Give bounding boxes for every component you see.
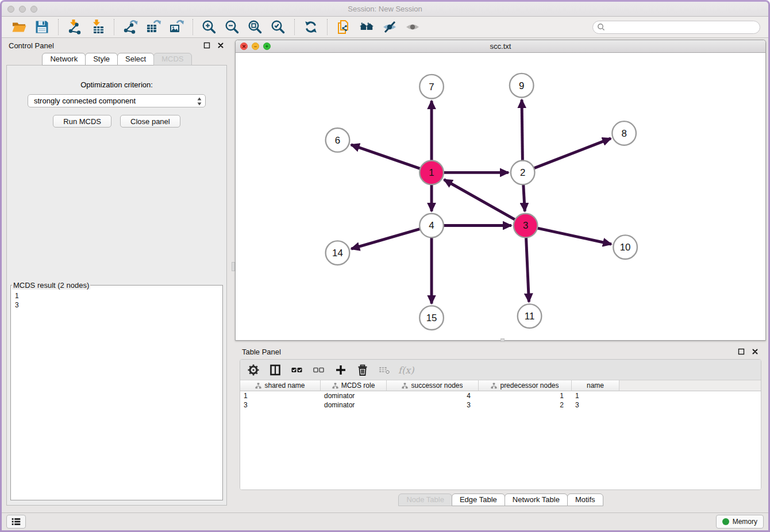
export-image-icon [169, 20, 184, 34]
zoom-in-icon [202, 20, 217, 34]
table-panel: Table Panel f(x) shared nameMCDS rolesuc… [235, 344, 766, 512]
cell-shared-name[interactable]: 3 [240, 401, 321, 409]
task-history-button[interactable] [6, 515, 26, 529]
table-row[interactable]: 3dominator323 [240, 400, 761, 410]
node-9[interactable]: 9 [510, 74, 534, 98]
memory-status-icon [722, 518, 729, 525]
cell-successor-nodes[interactable]: 4 [387, 392, 479, 400]
gear-button[interactable] [247, 364, 260, 376]
network-canvas[interactable]: 7968124314101511 [236, 53, 765, 340]
close-table-panel-icon[interactable] [751, 348, 759, 356]
node-15[interactable]: 15 [419, 306, 444, 330]
save-session-button[interactable] [32, 18, 52, 36]
node-table-body: 1dominator4113dominator323 [240, 391, 761, 489]
node-10[interactable]: 10 [613, 235, 637, 259]
node-7[interactable]: 7 [419, 75, 444, 99]
cell-mcds-role[interactable]: dominator [321, 401, 387, 409]
mcds-result-text[interactable]: 1 3 [11, 290, 222, 291]
home-view-button[interactable] [357, 18, 376, 36]
tab-network-table[interactable]: Network Table [505, 494, 568, 506]
node-2[interactable]: 2 [511, 161, 535, 185]
clone-network-button[interactable] [334, 18, 353, 36]
column-label: name [587, 381, 604, 390]
node-1[interactable]: 1 [419, 161, 444, 185]
search-field-wrap [592, 21, 760, 34]
cell-successor-nodes[interactable]: 3 [387, 401, 479, 409]
memory-label: Memory [733, 518, 757, 526]
main-toolbar [2, 17, 768, 38]
tab-style[interactable]: Style [85, 53, 118, 65]
import-table-icon [90, 20, 105, 34]
column-header-shared-name[interactable]: shared name [240, 380, 321, 391]
control-panel-tabs: NetworkStyleSelectMCDS [2, 53, 232, 65]
node-4[interactable]: 4 [419, 214, 444, 238]
column-header-mcds-role[interactable]: MCDS role [321, 380, 387, 391]
show-all-button[interactable] [403, 18, 422, 36]
criterion-select[interactable]: strongly connected component [28, 94, 206, 107]
tab-edge-table[interactable]: Edge Table [452, 494, 505, 506]
trash-button[interactable] [356, 364, 369, 376]
cell-name[interactable]: 1 [572, 392, 619, 400]
check-all-button[interactable] [291, 364, 303, 376]
add-row-icon [335, 364, 346, 376]
node-11[interactable]: 11 [518, 304, 542, 328]
tab-mcds[interactable]: MCDS [153, 53, 191, 65]
cell-predecessor-nodes[interactable]: 2 [479, 401, 572, 409]
edge-2-8[interactable] [523, 138, 611, 172]
uncheck-all-icon [313, 364, 325, 376]
node-3[interactable]: 3 [514, 214, 538, 238]
refresh-button[interactable] [301, 18, 321, 36]
column-header-successor-nodes[interactable]: successor nodes [387, 380, 479, 391]
search-icon [597, 23, 605, 31]
edge-3-10[interactable] [526, 226, 611, 244]
export-network-button[interactable] [121, 18, 140, 36]
hide-selected-button[interactable] [380, 18, 399, 36]
network-graph[interactable]: 7968124314101511 [236, 53, 765, 340]
close-panel-button[interactable]: Close panel [120, 115, 180, 128]
horizontal-splitter-grip[interactable] [500, 338, 505, 342]
network-window[interactable]: ✕ − + scc.txt 79681243141015 [235, 40, 766, 341]
export-table-button[interactable] [144, 18, 163, 36]
network-window-titlebar[interactable]: ✕ − + scc.txt [236, 40, 765, 53]
cell-predecessor-nodes[interactable]: 1 [479, 392, 572, 400]
import-network-button[interactable] [65, 18, 84, 36]
cell-shared-name[interactable]: 1 [240, 392, 321, 400]
zoom-in-button[interactable] [199, 18, 219, 36]
tab-select[interactable]: Select [117, 53, 154, 65]
edge-3-1[interactable] [444, 180, 526, 226]
node-8[interactable]: 8 [612, 121, 636, 145]
column-label: MCDS role [341, 381, 375, 390]
tab-network[interactable]: Network [42, 53, 86, 65]
cell-mcds-role[interactable]: dominator [321, 392, 387, 400]
window-titlebar[interactable]: Session: New Session [2, 2, 768, 17]
close-panel-icon[interactable] [217, 41, 225, 49]
node-label: 8 [621, 128, 626, 139]
application-window: Session: New Session Control Panel Netwo… [0, 0, 770, 532]
node-14[interactable]: 14 [326, 241, 350, 265]
zoom-fit-button[interactable] [245, 18, 265, 36]
save-session-icon [34, 20, 49, 34]
column-header-predecessor-nodes[interactable]: predecessor nodes [479, 380, 572, 391]
node-label: 11 [525, 311, 534, 322]
table-row[interactable]: 1dominator411 [240, 391, 761, 400]
tab-motifs[interactable]: Motifs [567, 494, 603, 506]
import-table-button[interactable] [88, 18, 107, 36]
memory-button[interactable]: Memory [716, 515, 764, 529]
cell-name[interactable]: 3 [572, 401, 619, 409]
float-table-panel-icon[interactable] [737, 348, 745, 356]
uncheck-all-button[interactable] [313, 364, 325, 376]
edge-1-6[interactable] [351, 145, 432, 172]
add-row-button[interactable] [334, 364, 347, 376]
open-file-button[interactable] [9, 18, 29, 36]
node-label: 7 [429, 82, 434, 92]
run-mcds-button[interactable]: Run MCDS [53, 115, 111, 128]
export-image-button[interactable] [167, 18, 186, 36]
tab-node-table[interactable]: Node Table [398, 494, 452, 506]
node-6[interactable]: 6 [326, 128, 350, 152]
columns-button[interactable] [269, 364, 282, 376]
column-header-name[interactable]: name [572, 380, 619, 391]
zoom-out-button[interactable] [222, 18, 242, 36]
float-panel-icon[interactable] [203, 41, 211, 49]
zoom-selected-button[interactable] [268, 18, 288, 36]
search-input[interactable] [592, 21, 760, 34]
